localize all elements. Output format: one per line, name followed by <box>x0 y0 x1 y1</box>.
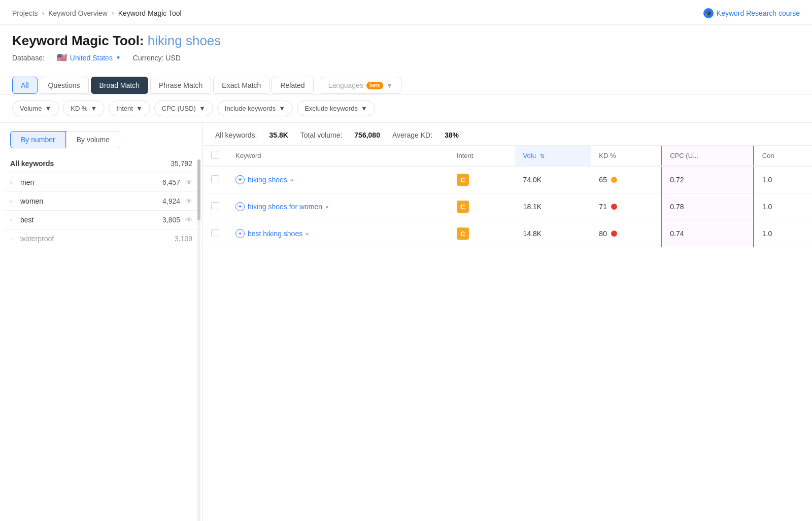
sidebar-scroll-container: All keywords 35,792 › men 6,457 👁 <box>0 154 202 521</box>
kd-dot-icon-1 <box>611 177 617 183</box>
currency-label: Currency: USD <box>133 54 181 62</box>
td-con-3: 1.0 <box>754 220 812 247</box>
tab-phrase-match[interactable]: Phrase Match <box>150 77 211 94</box>
td-con-2: 1.0 <box>754 193 812 220</box>
course-link[interactable]: 🎓 Keyword Research course <box>703 8 800 18</box>
kw-list-header: All keywords 35,792 <box>4 154 198 173</box>
td-intent-2: C <box>449 193 515 220</box>
scroll-thumb[interactable] <box>197 159 200 220</box>
filter-kd-label: KD % <box>71 105 87 112</box>
keyword-link-1[interactable]: + hiking shoes » <box>235 175 441 184</box>
intent-badge-3: C <box>457 227 469 240</box>
kd-dot-icon-2 <box>611 204 617 210</box>
td-keyword-1: + hiking shoes » <box>227 166 449 193</box>
filter-exclude-keywords[interactable]: Exclude keywords ▼ <box>297 101 375 116</box>
tab-questions[interactable]: Questions <box>40 77 89 94</box>
course-icon: 🎓 <box>703 8 714 18</box>
keyword-list: All keywords 35,792 › men 6,457 👁 <box>0 154 202 521</box>
add-keyword-btn-2[interactable]: + <box>235 202 245 211</box>
th-con: Con <box>754 146 812 166</box>
row-checkbox-2[interactable] <box>211 202 219 210</box>
list-item[interactable]: › best 3,805 👁 <box>4 210 198 229</box>
td-intent-3: C <box>449 220 515 247</box>
course-link-text: Keyword Research course <box>717 9 800 17</box>
th-volume-label: Volu <box>523 152 536 159</box>
eye-icon[interactable]: 👁 <box>185 178 192 186</box>
languages-label: Languages <box>328 81 363 89</box>
filter-cpc[interactable]: CPC (USD) ▼ <box>154 101 213 116</box>
tab-related[interactable]: Related <box>272 77 313 94</box>
breadcrumb-left: Projects › Keyword Overview › Keyword Ma… <box>12 9 182 17</box>
filter-include-label: Include keywords <box>225 105 276 112</box>
kd-cell-3: 80 <box>599 230 653 238</box>
stats-volume-value: 756,080 <box>354 131 380 139</box>
th-volume[interactable]: Volu ⇅ <box>515 146 591 166</box>
td-kd-2: 71 <box>591 193 661 220</box>
row-checkbox-1[interactable] <box>211 175 219 183</box>
row-checkbox-3[interactable] <box>211 229 219 237</box>
filter-kd[interactable]: KD % ▼ <box>63 101 105 116</box>
double-arrow-icon-2: » <box>325 204 328 210</box>
filter-include-chevron-icon: ▼ <box>279 105 285 112</box>
filter-intent-label: Intent <box>116 105 133 112</box>
filter-volume[interactable]: Volume ▼ <box>12 101 59 116</box>
breadcrumb-sep-2: › <box>112 9 114 17</box>
breadcrumb-sep-1: › <box>42 9 45 17</box>
th-checkbox <box>203 146 227 166</box>
kw-item-count: 4,924 <box>162 197 180 205</box>
double-arrow-icon-3: » <box>306 231 309 237</box>
tab-exact-match[interactable]: Exact Match <box>213 77 269 94</box>
toggle-by-number[interactable]: By number <box>10 131 66 148</box>
page-title-prefix: Keyword Magic Tool: <box>12 33 144 48</box>
td-volume-2: 18.1K <box>515 193 591 220</box>
eye-icon[interactable]: 👁 <box>185 197 192 205</box>
td-keyword-3: + best hiking shoes » <box>227 220 449 247</box>
breadcrumb-keyword-overview[interactable]: Keyword Overview <box>48 9 108 17</box>
filter-exclude-label: Exclude keywords <box>304 105 358 112</box>
page-meta: Database: 🇺🇸 United States ▼ Currency: U… <box>12 53 800 62</box>
th-cpc: CPC (U... <box>661 146 754 166</box>
breadcrumb-projects[interactable]: Projects <box>12 9 38 17</box>
kw-item-count: 3,109 <box>175 235 192 243</box>
td-volume-3: 14.8K <box>515 220 591 247</box>
kw-item-right-women: 4,924 👁 <box>162 197 192 205</box>
keyword-text-1: hiking shoes <box>248 176 287 184</box>
select-all-checkbox[interactable] <box>211 151 219 159</box>
scroll-track <box>197 159 200 521</box>
list-item[interactable]: › men 6,457 👁 <box>4 173 198 191</box>
table-row: + best hiking shoes » C 14.8K <box>203 220 812 247</box>
tab-languages[interactable]: Languages beta ▼ <box>320 77 402 94</box>
kd-value-3: 80 <box>599 230 607 238</box>
kw-item-left-best: › best <box>10 216 33 224</box>
page-wrapper: Projects › Keyword Overview › Keyword Ma… <box>0 0 812 521</box>
filter-intent[interactable]: Intent ▼ <box>109 101 150 116</box>
keyword-link-2[interactable]: + hiking shoes for women » <box>235 202 441 211</box>
kw-item-label: men <box>20 178 34 186</box>
add-keyword-btn-1[interactable]: + <box>235 175 245 184</box>
table-wrapper: Keyword Intent Volu ⇅ KD % CPC (U... Con <box>203 146 812 521</box>
main-content: By number By volume All keywords 35,792 … <box>0 123 812 521</box>
list-item[interactable]: › waterproof 3,109 <box>4 229 198 248</box>
filter-volume-label: Volume <box>20 105 42 112</box>
td-con-1: 1.0 <box>754 166 812 193</box>
stats-keywords-value: 35.8K <box>269 131 288 139</box>
table-row: + hiking shoes » C 74.0K <box>203 166 812 193</box>
list-item[interactable]: › women 4,924 👁 <box>4 191 198 210</box>
chevron-down-icon: ▼ <box>116 55 121 60</box>
kw-item-count: 6,457 <box>162 178 180 186</box>
eye-icon[interactable]: 👁 <box>185 216 192 224</box>
tab-all[interactable]: All <box>12 77 38 94</box>
filter-kd-chevron-icon: ▼ <box>90 105 97 112</box>
td-checkbox-2 <box>203 193 227 220</box>
add-keyword-btn-3[interactable]: + <box>235 229 245 238</box>
td-intent-1: C <box>449 166 515 193</box>
keyword-link-3[interactable]: + best hiking shoes » <box>235 229 441 238</box>
intent-badge-1: C <box>457 174 469 186</box>
td-kd-3: 80 <box>591 220 661 247</box>
toggle-by-volume[interactable]: By volume <box>66 131 120 148</box>
th-keyword: Keyword <box>227 146 449 166</box>
tab-broad-match[interactable]: Broad Match <box>91 77 148 94</box>
database-selector[interactable]: 🇺🇸 United States ▼ <box>57 53 121 62</box>
filter-include-keywords[interactable]: Include keywords ▼ <box>217 101 293 116</box>
intent-badge-2: C <box>457 201 469 213</box>
